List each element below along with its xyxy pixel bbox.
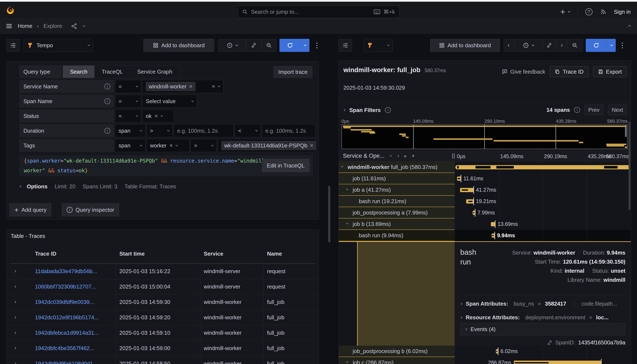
service-name-value[interactable]: windmill-worker× × xyxy=(142,80,223,93)
col-trace-id[interactable]: Trace ID xyxy=(35,250,56,257)
span-name-cell[interactable]: job (11.61ms) xyxy=(339,173,455,184)
span-timeline-cell[interactable]: 9.94ms xyxy=(455,230,631,241)
span-timeline-cell[interactable]: 6.02ms xyxy=(455,346,631,357)
span-bar[interactable] xyxy=(457,176,461,181)
query-inspector-button[interactable]: i Query inspector xyxy=(62,203,119,216)
trace-id-link[interactable]: 1942dbf9d9fa6108d0d1... xyxy=(35,360,113,364)
span-name-operator[interactable]: = xyxy=(115,95,141,108)
remove-icon[interactable]: × xyxy=(189,84,192,90)
col-service[interactable]: Service xyxy=(204,250,223,257)
minimap-canvas[interactable] xyxy=(342,124,628,149)
row-expand-icon[interactable] xyxy=(14,362,16,364)
span-timeline-cell[interactable]: 7.99ms xyxy=(455,207,631,218)
trace-id-link[interactable]: 1942dc039dfdf9e0039... xyxy=(35,299,113,305)
status-value[interactable]: ok× xyxy=(142,110,174,122)
table-row[interactable]: 1942dbfc4be3567f462...2025-01-03 14:59:0… xyxy=(6,341,319,356)
trace-id-link[interactable]: 11dabada33e479db56b... xyxy=(35,268,113,274)
link-split-button[interactable] xyxy=(542,39,556,52)
add-to-dashboard-button[interactable]: Add to dashboard xyxy=(144,39,214,52)
service-name-operator[interactable]: = xyxy=(115,80,141,93)
span-filters[interactable]: Span Filters i xyxy=(344,102,391,118)
table-row[interactable]: 1942dc039dfdf9e0039...2025-01-03 14:59:3… xyxy=(6,294,319,310)
query-rows-icon[interactable] xyxy=(338,39,352,52)
new-menu-button[interactable]: + xyxy=(560,8,570,16)
span-bar[interactable] xyxy=(456,165,630,169)
trace-id-link[interactable]: 1942dbfc4be3567f462... xyxy=(35,345,113,352)
tags-operator[interactable]: = xyxy=(190,139,217,152)
options-title[interactable]: Options xyxy=(27,183,48,190)
col-name[interactable]: Name xyxy=(267,250,282,257)
time-shift-back-icon[interactable] xyxy=(504,39,514,52)
run-query-dropdown[interactable] xyxy=(607,39,616,52)
query-rows-icon[interactable] xyxy=(6,39,20,52)
link-split-button[interactable] xyxy=(246,39,262,52)
span-name-cell[interactable]: job a (41.27ms) xyxy=(339,184,455,196)
span-name-cell[interactable]: bash run (9.94ms) xyxy=(339,230,455,241)
span-name-cell[interactable]: windmill-worker full_job (580.37ms) xyxy=(339,162,455,173)
span-name-cell[interactable]: job b (13.69ms) xyxy=(339,218,455,230)
resource-attributes-row[interactable]: Resource Attributes: deployment.environm… xyxy=(460,314,629,321)
row-expand-icon[interactable] xyxy=(14,270,16,272)
left-scrollbar[interactable] xyxy=(328,186,330,242)
duration-min-input[interactable]: e.g. 100ms, 1.2s xyxy=(174,124,234,137)
tab-traceql[interactable]: TraceQL xyxy=(94,66,130,78)
span-timeline-cell[interactable]: 41.27ms xyxy=(455,184,631,196)
chevron-down-icon[interactable] xyxy=(390,154,392,156)
remove-icon[interactable]: × xyxy=(310,142,313,148)
run-query-button[interactable] xyxy=(280,39,300,52)
expand-all-icon[interactable] xyxy=(412,155,414,157)
sign-in-link[interactable]: Sign in xyxy=(614,9,631,15)
span-bar[interactable] xyxy=(460,188,473,192)
span-attributes-row[interactable]: Span Attributes: busy_ns = 3582417 code.… xyxy=(460,300,629,307)
time-picker-button[interactable] xyxy=(514,39,542,52)
span-bar[interactable] xyxy=(466,199,473,204)
table-row[interactable]: 11dabada33e479db56b...2025-01-03 15:16:2… xyxy=(6,264,319,279)
share-chevron-icon[interactable] xyxy=(83,24,85,27)
span-bar[interactable] xyxy=(514,361,601,364)
trace-id-link[interactable]: 1942dc012e8f196b5174... xyxy=(35,314,113,321)
row-expand-icon[interactable] xyxy=(14,316,16,318)
value-chip[interactable]: wk-default-133114d6a91e-PSPQb× xyxy=(221,141,316,150)
trace-id-link[interactable]: 1060bbf732309b12707... xyxy=(35,284,113,290)
share-icon[interactable] xyxy=(71,23,77,29)
span-name-cell[interactable]: bash run (19.21ms) xyxy=(339,196,455,207)
datasource-picker[interactable]: Tempo xyxy=(24,39,93,52)
span-name-cell[interactable]: job_postprocessing b (6.02ms) xyxy=(339,346,455,357)
duration-op-max[interactable]: < xyxy=(234,124,261,137)
span-name-value[interactable]: Select value xyxy=(142,95,197,108)
tags-scope[interactable]: span xyxy=(115,139,146,152)
prev-button[interactable]: Prev xyxy=(584,104,604,115)
row-expand-icon[interactable] xyxy=(14,332,16,334)
duration-max-input[interactable]: e.g. 100ms, 1.2s xyxy=(262,124,316,137)
duration-op-min[interactable]: > xyxy=(146,124,173,137)
events-expander[interactable]: Events (4) xyxy=(460,323,626,335)
trace-id-link[interactable]: 1942dbfebca1d9914a31... xyxy=(35,330,113,336)
clear-icon[interactable]: × xyxy=(212,84,215,90)
help-icon[interactable]: ? xyxy=(585,8,592,16)
time-shift-forward-icon[interactable] xyxy=(556,39,566,52)
table-row[interactable]: 1942dbfebca1d9914a31...2025-01-03 14:59:… xyxy=(6,326,319,341)
add-to-dashboard-button[interactable]: Add to dashboard xyxy=(430,39,500,52)
panel-menu-icon[interactable] xyxy=(313,39,320,52)
span-name-cell[interactable]: job_postprocessing a (7.99ms) xyxy=(339,207,455,218)
breadcrumb-home[interactable]: Home xyxy=(18,23,32,29)
span-timeline-cell[interactable]: 19.21ms xyxy=(455,196,631,207)
zoom-out-button[interactable] xyxy=(262,39,276,52)
remove-icon[interactable]: × xyxy=(154,113,158,119)
global-search[interactable]: Search or jump to... ⌘+k xyxy=(238,6,399,18)
span-timeline-cell[interactable]: 286.87ms xyxy=(455,357,631,364)
next-button[interactable]: Next xyxy=(608,104,627,115)
give-feedback-link[interactable]: Give feedback xyxy=(502,68,545,75)
status-operator[interactable]: = xyxy=(115,110,141,122)
span-timeline-cell[interactable]: 13.69ms xyxy=(455,218,631,230)
export-button[interactable]: Export xyxy=(593,66,627,77)
expand-icon[interactable] xyxy=(397,154,399,157)
trace-id-button[interactable]: Trace ID xyxy=(550,66,588,77)
span-timeline-cell[interactable]: 11.61ms xyxy=(455,173,631,184)
tags-key[interactable]: worker× xyxy=(146,139,190,152)
collapse-panel-icon[interactable] xyxy=(628,25,631,28)
remove-icon[interactable]: × xyxy=(169,142,173,148)
add-query-button[interactable]: + Add query xyxy=(10,203,51,216)
row-expand-icon[interactable] xyxy=(14,301,16,303)
table-row[interactable]: 1942dbf9d9fa6108d0d1...2025-01-03 14:58:… xyxy=(6,356,319,364)
